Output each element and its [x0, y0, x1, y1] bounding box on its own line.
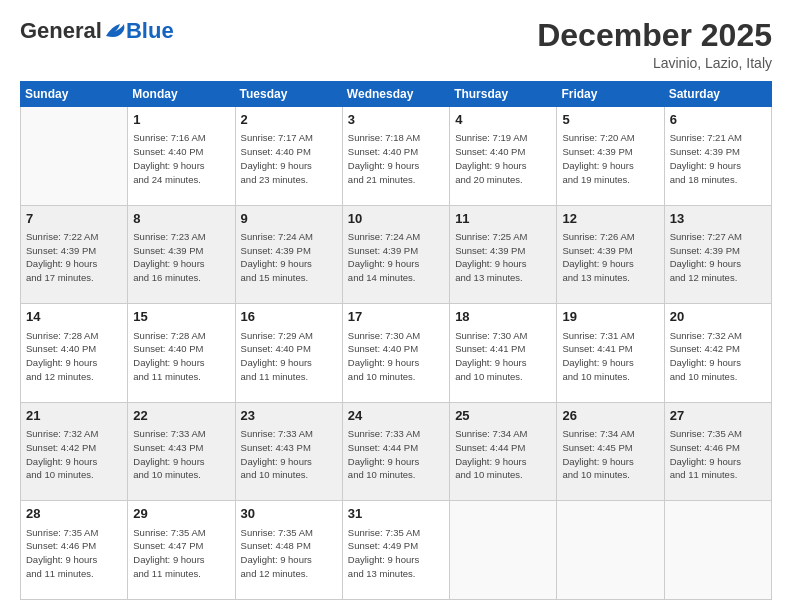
- day-number: 11: [455, 210, 551, 228]
- day-number: 21: [26, 407, 122, 425]
- day-info: Sunrise: 7:35 AM Sunset: 4:46 PM Dayligh…: [26, 526, 122, 581]
- table-row: 21Sunrise: 7:32 AM Sunset: 4:42 PM Dayli…: [21, 402, 128, 501]
- day-number: 12: [562, 210, 658, 228]
- day-number: 13: [670, 210, 766, 228]
- day-info: Sunrise: 7:33 AM Sunset: 4:44 PM Dayligh…: [348, 427, 444, 482]
- day-info: Sunrise: 7:27 AM Sunset: 4:39 PM Dayligh…: [670, 230, 766, 285]
- table-row: 15Sunrise: 7:28 AM Sunset: 4:40 PM Dayli…: [128, 304, 235, 403]
- day-info: Sunrise: 7:32 AM Sunset: 4:42 PM Dayligh…: [26, 427, 122, 482]
- table-row: 19Sunrise: 7:31 AM Sunset: 4:41 PM Dayli…: [557, 304, 664, 403]
- day-info: Sunrise: 7:33 AM Sunset: 4:43 PM Dayligh…: [241, 427, 337, 482]
- calendar-table: Sunday Monday Tuesday Wednesday Thursday…: [20, 81, 772, 600]
- day-info: Sunrise: 7:29 AM Sunset: 4:40 PM Dayligh…: [241, 329, 337, 384]
- table-row: 12Sunrise: 7:26 AM Sunset: 4:39 PM Dayli…: [557, 205, 664, 304]
- table-row: 29Sunrise: 7:35 AM Sunset: 4:47 PM Dayli…: [128, 501, 235, 600]
- col-tuesday: Tuesday: [235, 82, 342, 107]
- day-info: Sunrise: 7:35 AM Sunset: 4:47 PM Dayligh…: [133, 526, 229, 581]
- day-number: 16: [241, 308, 337, 326]
- logo-text: General Blue: [20, 18, 174, 44]
- day-number: 10: [348, 210, 444, 228]
- day-number: 1: [133, 111, 229, 129]
- day-number: 27: [670, 407, 766, 425]
- col-saturday: Saturday: [664, 82, 771, 107]
- day-info: Sunrise: 7:31 AM Sunset: 4:41 PM Dayligh…: [562, 329, 658, 384]
- day-info: Sunrise: 7:24 AM Sunset: 4:39 PM Dayligh…: [241, 230, 337, 285]
- day-info: Sunrise: 7:35 AM Sunset: 4:46 PM Dayligh…: [670, 427, 766, 482]
- day-number: 8: [133, 210, 229, 228]
- day-info: Sunrise: 7:35 AM Sunset: 4:48 PM Dayligh…: [241, 526, 337, 581]
- day-info: Sunrise: 7:23 AM Sunset: 4:39 PM Dayligh…: [133, 230, 229, 285]
- day-info: Sunrise: 7:22 AM Sunset: 4:39 PM Dayligh…: [26, 230, 122, 285]
- day-number: 7: [26, 210, 122, 228]
- day-number: 2: [241, 111, 337, 129]
- day-info: Sunrise: 7:30 AM Sunset: 4:41 PM Dayligh…: [455, 329, 551, 384]
- day-number: 30: [241, 505, 337, 523]
- table-row: 20Sunrise: 7:32 AM Sunset: 4:42 PM Dayli…: [664, 304, 771, 403]
- day-number: 25: [455, 407, 551, 425]
- day-number: 17: [348, 308, 444, 326]
- day-number: 4: [455, 111, 551, 129]
- day-number: 23: [241, 407, 337, 425]
- day-number: 22: [133, 407, 229, 425]
- day-info: Sunrise: 7:33 AM Sunset: 4:43 PM Dayligh…: [133, 427, 229, 482]
- table-row: 3Sunrise: 7:18 AM Sunset: 4:40 PM Daylig…: [342, 107, 449, 206]
- table-row: 24Sunrise: 7:33 AM Sunset: 4:44 PM Dayli…: [342, 402, 449, 501]
- day-number: 19: [562, 308, 658, 326]
- table-row: 6Sunrise: 7:21 AM Sunset: 4:39 PM Daylig…: [664, 107, 771, 206]
- table-row: [21, 107, 128, 206]
- day-info: Sunrise: 7:35 AM Sunset: 4:49 PM Dayligh…: [348, 526, 444, 581]
- day-number: 6: [670, 111, 766, 129]
- calendar-header-row: Sunday Monday Tuesday Wednesday Thursday…: [21, 82, 772, 107]
- logo: General Blue: [20, 18, 174, 44]
- day-number: 28: [26, 505, 122, 523]
- day-info: Sunrise: 7:24 AM Sunset: 4:39 PM Dayligh…: [348, 230, 444, 285]
- day-info: Sunrise: 7:17 AM Sunset: 4:40 PM Dayligh…: [241, 131, 337, 186]
- table-row: [664, 501, 771, 600]
- day-info: Sunrise: 7:25 AM Sunset: 4:39 PM Dayligh…: [455, 230, 551, 285]
- table-row: 9Sunrise: 7:24 AM Sunset: 4:39 PM Daylig…: [235, 205, 342, 304]
- table-row: 30Sunrise: 7:35 AM Sunset: 4:48 PM Dayli…: [235, 501, 342, 600]
- table-row: 16Sunrise: 7:29 AM Sunset: 4:40 PM Dayli…: [235, 304, 342, 403]
- calendar-week-row: 7Sunrise: 7:22 AM Sunset: 4:39 PM Daylig…: [21, 205, 772, 304]
- day-number: 15: [133, 308, 229, 326]
- day-info: Sunrise: 7:30 AM Sunset: 4:40 PM Dayligh…: [348, 329, 444, 384]
- day-number: 24: [348, 407, 444, 425]
- month-title: December 2025: [537, 18, 772, 53]
- logo-blue: Blue: [126, 18, 174, 44]
- table-row: 22Sunrise: 7:33 AM Sunset: 4:43 PM Dayli…: [128, 402, 235, 501]
- day-number: 26: [562, 407, 658, 425]
- title-block: December 2025 Lavinio, Lazio, Italy: [537, 18, 772, 71]
- page: General Blue December 2025 Lavinio, Lazi…: [0, 0, 792, 612]
- table-row: 14Sunrise: 7:28 AM Sunset: 4:40 PM Dayli…: [21, 304, 128, 403]
- day-info: Sunrise: 7:34 AM Sunset: 4:44 PM Dayligh…: [455, 427, 551, 482]
- day-info: Sunrise: 7:19 AM Sunset: 4:40 PM Dayligh…: [455, 131, 551, 186]
- table-row: 8Sunrise: 7:23 AM Sunset: 4:39 PM Daylig…: [128, 205, 235, 304]
- table-row: [557, 501, 664, 600]
- day-number: 5: [562, 111, 658, 129]
- col-sunday: Sunday: [21, 82, 128, 107]
- day-info: Sunrise: 7:18 AM Sunset: 4:40 PM Dayligh…: [348, 131, 444, 186]
- calendar-week-row: 14Sunrise: 7:28 AM Sunset: 4:40 PM Dayli…: [21, 304, 772, 403]
- day-number: 29: [133, 505, 229, 523]
- calendar-week-row: 1Sunrise: 7:16 AM Sunset: 4:40 PM Daylig…: [21, 107, 772, 206]
- table-row: 4Sunrise: 7:19 AM Sunset: 4:40 PM Daylig…: [450, 107, 557, 206]
- table-row: 7Sunrise: 7:22 AM Sunset: 4:39 PM Daylig…: [21, 205, 128, 304]
- day-info: Sunrise: 7:34 AM Sunset: 4:45 PM Dayligh…: [562, 427, 658, 482]
- day-info: Sunrise: 7:28 AM Sunset: 4:40 PM Dayligh…: [133, 329, 229, 384]
- table-row: [450, 501, 557, 600]
- day-number: 18: [455, 308, 551, 326]
- logo-general: General: [20, 18, 102, 44]
- day-info: Sunrise: 7:28 AM Sunset: 4:40 PM Dayligh…: [26, 329, 122, 384]
- col-wednesday: Wednesday: [342, 82, 449, 107]
- col-monday: Monday: [128, 82, 235, 107]
- day-info: Sunrise: 7:21 AM Sunset: 4:39 PM Dayligh…: [670, 131, 766, 186]
- table-row: 5Sunrise: 7:20 AM Sunset: 4:39 PM Daylig…: [557, 107, 664, 206]
- table-row: 17Sunrise: 7:30 AM Sunset: 4:40 PM Dayli…: [342, 304, 449, 403]
- day-number: 3: [348, 111, 444, 129]
- table-row: 13Sunrise: 7:27 AM Sunset: 4:39 PM Dayli…: [664, 205, 771, 304]
- location: Lavinio, Lazio, Italy: [537, 55, 772, 71]
- table-row: 25Sunrise: 7:34 AM Sunset: 4:44 PM Dayli…: [450, 402, 557, 501]
- day-number: 14: [26, 308, 122, 326]
- table-row: 26Sunrise: 7:34 AM Sunset: 4:45 PM Dayli…: [557, 402, 664, 501]
- col-thursday: Thursday: [450, 82, 557, 107]
